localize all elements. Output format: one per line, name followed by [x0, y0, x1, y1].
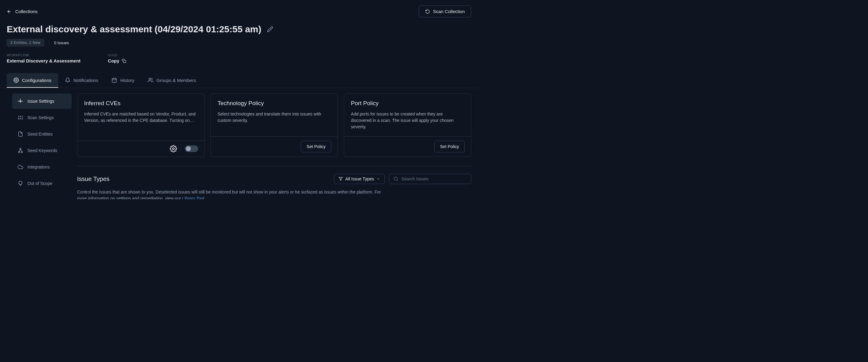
svg-point-18: [18, 152, 20, 153]
sidebar-item-integrations[interactable]: Integrations: [12, 159, 72, 174]
svg-point-1: [16, 79, 17, 81]
card-desc: Inferred CVEs are matched based on Vendo…: [84, 111, 197, 124]
inferred-cves-toggle[interactable]: [185, 145, 198, 152]
card-title: Technology Policy: [218, 100, 331, 107]
divider: [181, 145, 181, 152]
card-technology-policy: Technology Policy Select technologies an…: [211, 94, 338, 157]
library-tool-link[interactable]: Library Tool: [182, 196, 204, 199]
svg-point-22: [173, 148, 174, 150]
network-icon: [18, 148, 23, 153]
inferred-cves-settings-button[interactable]: [170, 145, 177, 152]
divider: [49, 40, 50, 45]
cloud-icon: [18, 164, 23, 170]
tab-label: Notifications: [73, 78, 98, 83]
tab-groups-members[interactable]: Groups & Members: [141, 73, 203, 88]
back-to-collections[interactable]: Collections: [7, 9, 37, 14]
search-issues-input[interactable]: [401, 176, 467, 181]
back-label: Collections: [15, 9, 37, 14]
sidebar-item-label: Scan Settings: [27, 115, 54, 120]
uuid-label: UUID: [108, 53, 126, 57]
tab-configurations[interactable]: Configurations: [7, 73, 58, 88]
issues-count: 0 Issues: [54, 40, 69, 45]
chevron-down-icon: [376, 177, 380, 181]
svg-line-20: [19, 150, 21, 152]
gear-icon: [170, 145, 177, 152]
filter-icon: [339, 177, 343, 181]
sidebar-item-label: Seed Entities: [27, 132, 53, 136]
svg-line-25: [397, 180, 398, 181]
refresh-icon: [425, 9, 430, 14]
card-port-policy: Port Policy Add ports for issues to be c…: [344, 94, 471, 157]
users-icon: [148, 77, 153, 83]
file-icon: [18, 131, 23, 137]
svg-point-19: [21, 152, 23, 153]
issue-types-title: Issue Types: [77, 175, 110, 183]
scan-collection-button[interactable]: Scan Collection: [419, 5, 471, 18]
scan-button-label: Scan Collection: [433, 9, 465, 14]
card-inferred-cves: Inferred CVEs Inferred CVEs are matched …: [77, 94, 205, 157]
tab-label: Configurations: [22, 78, 52, 83]
sliders-icon: [13, 77, 19, 83]
svg-point-24: [394, 177, 397, 180]
svg-rect-0: [123, 60, 126, 63]
entities-badge: 3 Entities, 2 New: [7, 39, 44, 46]
search-icon: [394, 176, 398, 181]
bulb-icon: [18, 181, 23, 186]
sidebar-item-out-of-scope[interactable]: Out of Scope: [12, 176, 72, 191]
calendar-icon: [112, 77, 117, 83]
sidebar-item-seed-keywords[interactable]: Seed Keywords: [12, 143, 72, 158]
edit-icon[interactable]: [267, 26, 273, 32]
tab-history[interactable]: History: [105, 73, 141, 88]
tab-notifications[interactable]: Notifications: [58, 73, 105, 88]
issue-types-filter-button[interactable]: All Issue Types: [334, 174, 384, 184]
card-desc: Add ports for issues to be created when …: [351, 111, 464, 130]
sidebar-item-label: Integrations: [27, 165, 50, 169]
card-title: Inferred CVEs: [84, 100, 197, 107]
sidebar-item-label: Seed Keywords: [27, 148, 57, 153]
arrow-left-icon: [7, 9, 11, 14]
tab-label: History: [120, 78, 134, 83]
sidebar-item-scan-settings[interactable]: Scan Settings: [12, 110, 72, 125]
svg-rect-2: [113, 78, 117, 83]
filter-label: All Issue Types: [345, 176, 374, 181]
sliders-icon: [18, 115, 23, 120]
sidebar-item-label: Issue Settings: [27, 99, 54, 104]
settings-icon: [18, 98, 23, 104]
page-title: External discovery & assessment (04/29/2…: [7, 24, 261, 34]
copy-icon: [122, 59, 126, 63]
svg-marker-23: [339, 177, 343, 181]
sidebar-item-label: Out of Scope: [27, 181, 53, 186]
bell-icon: [65, 77, 70, 83]
copy-label: Copy: [108, 58, 120, 63]
svg-line-21: [21, 150, 22, 152]
svg-point-6: [149, 78, 151, 80]
svg-point-17: [20, 149, 21, 150]
issue-types-description: Control the issues that are shown to you…: [77, 189, 382, 199]
set-port-policy-button[interactable]: Set Policy: [434, 141, 465, 152]
workflow-label: WORKFLOW: [7, 53, 81, 57]
workflow-value: External Discovery & Assessment: [7, 58, 81, 63]
card-desc: Select technologies and translate them i…: [218, 111, 331, 124]
sidebar-item-seed-entities[interactable]: Seed Entities: [12, 127, 72, 142]
set-technology-policy-button[interactable]: Set Policy: [301, 141, 331, 152]
sidebar-item-issue-settings[interactable]: Issue Settings: [12, 94, 72, 109]
search-issues-box[interactable]: [389, 174, 471, 184]
card-title: Port Policy: [351, 100, 464, 107]
copy-uuid-button[interactable]: Copy: [108, 58, 126, 63]
tab-label: Groups & Members: [156, 78, 196, 83]
